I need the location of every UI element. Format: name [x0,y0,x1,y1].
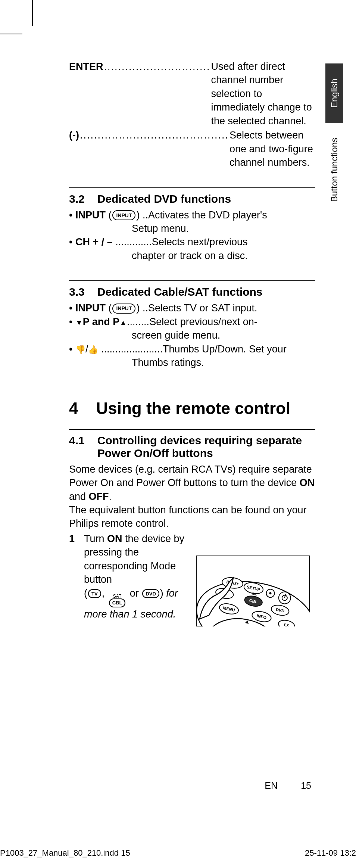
step-text-a: Turn [84,533,107,544]
heading-4: 4 Using the remote control [69,399,315,417]
desc-thumbs-2: Thumbs ratings. [69,356,315,369]
heading-title: Dedicated DVD functions [97,193,315,205]
heading-num: 4 [69,399,78,417]
tab-section-name: Button functions [325,127,343,224]
item-input: • INPUT (INPUT) ..Activates the DVD play… [69,208,315,236]
leader-dots: ........................................… [79,128,229,142]
side-tabs: English Button functions [325,63,352,224]
cbl-sat-button-icon: SAT CBL [108,594,127,607]
para-text: and [69,491,89,502]
bold-off: OFF [89,491,109,502]
triangle-up-icon [119,316,127,327]
item-input: • INPUT (INPUT) ..Selects TV or SAT inpu… [69,301,315,315]
page-content: ENTER .............................. Use… [69,60,315,621]
heading-title: Dedicated Cable/SAT functions [97,286,315,298]
input-button-icon: INPUT [112,210,135,220]
thumbs-down-icon: 👎 [75,345,85,354]
step-num: 1 [69,532,77,621]
desc-input-1: Activates the DVD player's [148,209,267,221]
heading-num: 3.3 [69,286,85,298]
term-enter: ENTER [69,60,103,73]
desc-enter: Used after direct channel number selecti… [211,60,315,128]
desc-thumbs-1: Thumbs Up/Down. Set your [163,343,287,355]
tab-language: English [325,63,343,123]
item-thumbs: • 👎/👍 ......................Thumbs Up/Do… [69,342,315,370]
desc-input: Selects TV or SAT input. [148,302,257,314]
term-p: P and P [83,316,120,327]
tv-button-icon: TV [88,589,101,598]
desc-input-2: Setup menu. [69,222,315,235]
paragraph-1: Some devices (e.g. certain RCA TVs) requ… [69,463,315,503]
dvd-button-icon: DVD [142,589,159,598]
term-input: INPUT [75,302,106,314]
heading-num: 4.1 [69,434,85,460]
heading-num: 3.2 [69,193,85,205]
cbl-button-icon: CBL [109,598,126,607]
desc-ch-2: chapter or track on a disc. [69,249,315,262]
desc-p-2: screen guide menu. [69,329,315,342]
item-p: • P and P........Select previous/next on… [69,315,315,342]
leader-dots: .............................. [103,60,211,73]
paragraph-2: The equivalent button functions can be f… [69,503,315,531]
triangle-down-icon [75,316,83,327]
definitions-block: ENTER .............................. Use… [69,60,315,169]
heading-3-3: 3.3 Dedicated Cable/SAT functions [69,286,315,298]
term-dash: (-) [69,128,79,142]
item-ch: • CH + / – .............Selects next/pre… [69,235,315,262]
svg-text:EX: EX [284,623,290,626]
footer-filename: P1003_27_Manual_80_210.indd 15 [0,848,130,858]
page-number: 15 [301,780,311,791]
heading-4-1: 4.1 Controlling devices requiring separa… [69,434,315,460]
page-language: EN [265,780,278,791]
bold-on: ON [107,533,122,544]
para-text: Some devices (e.g. certain RCA TVs) requ… [69,464,312,488]
desc-ch-1: Selects next/previous [152,236,248,248]
desc-p-1: Select previous/next on- [149,316,257,327]
input-button-icon: INPUT [112,304,135,314]
thumbs-up-icon: 👍 [88,345,98,354]
section-rule [69,187,315,188]
list-3-2: • INPUT (INPUT) ..Activates the DVD play… [69,208,315,263]
desc-dash: Selects between one and two-figure chann… [229,128,315,169]
footer-date: 25-11-09 13:2 [305,848,356,858]
term-input: INPUT [75,209,106,221]
heading-title: Using the remote control [96,399,315,417]
step-or: or [127,588,141,599]
remote-illustration: INPUT SETUP TV CBL SAT DVD MENU INFO [196,556,310,626]
section-rule [69,429,315,430]
section-rule [69,280,315,281]
list-3-3: • INPUT (INPUT) ..Selects TV or SAT inpu… [69,301,315,369]
heading-title: Controlling devices requiring separate P… [97,434,315,460]
term-ch: CH + / – [75,236,113,248]
sat-label: SAT [113,594,121,598]
para-text: . [109,491,112,502]
bold-on: ON [300,477,315,488]
step-text: Turn ON the device by pressing the corre… [84,532,185,621]
heading-3-2: 3.2 Dedicated DVD functions [69,193,315,205]
